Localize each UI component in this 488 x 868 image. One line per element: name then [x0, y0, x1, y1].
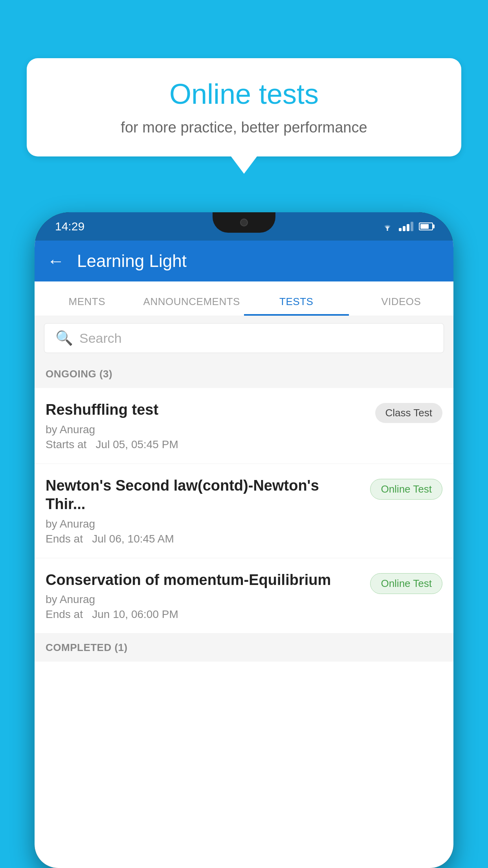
test-item[interactable]: Newton's Second law(contd)-Newton's Thir… [35, 464, 453, 558]
search-container: 🔍 Search [35, 316, 453, 360]
app-title: Learning Light [77, 251, 187, 271]
speech-bubble-container: Online tests for more practice, better p… [27, 58, 461, 156]
search-box[interactable]: 🔍 Search [44, 323, 444, 353]
tab-tests[interactable]: TESTS [244, 296, 349, 316]
search-placeholder: Search [79, 331, 122, 346]
ongoing-section-header: ONGOING (3) [35, 360, 453, 388]
signal-icon [399, 222, 413, 231]
back-button[interactable]: ← [47, 251, 64, 271]
test-list: Reshuffling test by Anurag Starts at Jul… [35, 388, 453, 634]
tab-announcements[interactable]: ANNOUNCEMENTS [139, 296, 244, 316]
front-camera [240, 219, 248, 226]
speech-bubble: Online tests for more practice, better p… [27, 58, 461, 156]
status-bar: 14:29 [35, 212, 453, 241]
phone-frame: 14:29 [35, 212, 453, 868]
completed-section-header: COMPLETED (1) [35, 634, 453, 662]
tab-videos[interactable]: VIDEOS [349, 296, 454, 316]
test-badge-class: Class Test [375, 403, 442, 423]
test-item[interactable]: Conservation of momentum-Equilibrium by … [35, 558, 453, 634]
test-info: Reshuffling test by Anurag Starts at Jul… [46, 401, 375, 451]
status-icons [382, 222, 433, 231]
notch [213, 212, 275, 233]
test-item[interactable]: Reshuffling test by Anurag Starts at Jul… [35, 388, 453, 464]
test-title: Newton's Second law(contd)-Newton's Thir… [46, 476, 362, 514]
test-author: by Anurag [46, 423, 367, 436]
test-title: Conservation of momentum-Equilibrium [46, 571, 362, 590]
test-author: by Anurag [46, 593, 362, 606]
bubble-subtitle: for more practice, better performance [50, 119, 438, 136]
svg-point-0 [387, 229, 388, 231]
app-header: ← Learning Light [35, 241, 453, 281]
tabs-container: MENTS ANNOUNCEMENTS TESTS VIDEOS [35, 281, 453, 316]
test-info: Conservation of momentum-Equilibrium by … [46, 571, 370, 621]
test-badge-online: Online Test [370, 479, 442, 500]
test-date: Ends at Jun 10, 06:00 PM [46, 608, 362, 621]
tab-ments[interactable]: MENTS [35, 296, 139, 316]
battery-fill [420, 224, 429, 229]
test-author: by Anurag [46, 518, 362, 530]
phone-screen: ← Learning Light MENTS ANNOUNCEMENTS TES… [35, 241, 453, 868]
wifi-icon [382, 222, 393, 231]
test-date: Ends at Jul 06, 10:45 AM [46, 533, 362, 545]
status-time: 14:29 [55, 220, 84, 233]
bubble-title: Online tests [50, 79, 438, 110]
test-badge-online: Online Test [370, 573, 442, 594]
test-date: Starts at Jul 05, 05:45 PM [46, 438, 367, 451]
test-title: Reshuffling test [46, 401, 367, 419]
test-info: Newton's Second law(contd)-Newton's Thir… [46, 476, 370, 545]
battery-icon [419, 223, 433, 230]
search-icon: 🔍 [55, 330, 73, 346]
